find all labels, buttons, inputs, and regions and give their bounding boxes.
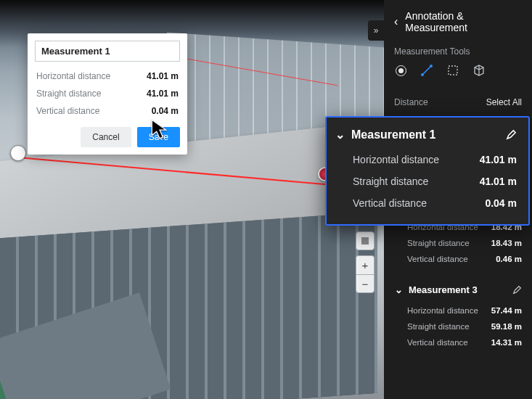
row-label: Straight distance xyxy=(407,322,470,331)
cube-solid-icon xyxy=(360,236,370,246)
popup-row: Horizontal distance 41.01 m xyxy=(28,67,187,85)
row-value: 0.04 m xyxy=(485,197,517,209)
edit-icon[interactable] xyxy=(506,129,517,140)
row-label: Horizontal distance xyxy=(353,154,439,165)
measurement-group-3[interactable]: ⌄ Measurement 3 Horizontal distance57.44… xyxy=(384,276,532,359)
measurement-title-input[interactable] xyxy=(35,41,180,62)
chevron-right-double-icon: » xyxy=(374,25,379,36)
zoom-out-button[interactable]: − xyxy=(356,274,375,293)
measurement-marker-start[interactable] xyxy=(10,145,26,161)
popup-row-label: Straight distance xyxy=(36,89,101,99)
row-label: Vertical distance xyxy=(407,338,468,347)
cancel-button[interactable]: Cancel xyxy=(81,127,131,147)
row-value: 41.01 m xyxy=(480,154,517,165)
point-tool[interactable] xyxy=(394,64,407,77)
row-value: 59.18 m xyxy=(491,322,522,331)
edit-icon[interactable] xyxy=(512,285,522,295)
chevron-down-icon[interactable]: ⌄ xyxy=(394,284,403,295)
popup-row-value: 41.01 m xyxy=(147,89,179,99)
popup-row-value: 0.04 m xyxy=(152,106,179,116)
zoom-in-button[interactable]: + xyxy=(356,255,375,274)
measurement-title: Measurement 3 xyxy=(409,284,478,295)
line-icon xyxy=(420,64,433,77)
panel-title: Annotation & Measurement xyxy=(405,10,522,33)
measurement-popup: Horizontal distance 41.01 m Straight dis… xyxy=(28,33,187,155)
zoom-controls: + − xyxy=(356,255,375,293)
popup-row: Vertical distance 0.04 m xyxy=(28,102,187,120)
tool-row xyxy=(384,64,532,89)
row-label: Horizontal distance xyxy=(407,306,478,315)
back-icon[interactable]: ‹ xyxy=(394,15,398,28)
cube-icon xyxy=(472,64,486,77)
line-tool[interactable] xyxy=(420,64,433,77)
panel-header: ‹ Annotation & Measurement xyxy=(384,0,532,44)
layer-toggle-2[interactable] xyxy=(356,231,375,250)
selected-measurement-title: Measurement 1 xyxy=(351,128,436,141)
popup-row-label: Vertical distance xyxy=(36,106,99,116)
row-label: Straight distance xyxy=(353,176,428,187)
area-icon xyxy=(446,64,459,77)
popup-row-value: 41.01 m xyxy=(147,71,179,81)
area-tool[interactable] xyxy=(446,64,459,77)
tools-section-label: Measurement Tools xyxy=(384,44,532,64)
row-value: 57.44 m xyxy=(491,306,522,315)
row-value: 41.01 m xyxy=(480,176,517,187)
chevron-down-icon[interactable]: ⌄ xyxy=(335,128,344,141)
row-label: Straight distance xyxy=(407,239,470,247)
row-value: 0.46 m xyxy=(496,255,522,263)
save-button[interactable]: Save xyxy=(137,127,180,147)
svg-line-4 xyxy=(423,67,430,74)
selected-measurement-card[interactable]: ⌄ Measurement 1 Horizontal distance41.01… xyxy=(325,116,530,226)
row-value: 14.31 m xyxy=(491,338,522,347)
popup-row-label: Horizontal distance xyxy=(36,71,110,81)
row-value: 18.43 m xyxy=(491,239,522,247)
row-label: Vertical distance xyxy=(353,197,427,209)
row-label: Vertical distance xyxy=(407,255,468,263)
select-all-button[interactable]: Select All xyxy=(486,97,522,107)
svg-rect-1 xyxy=(361,237,369,244)
volume-tool[interactable] xyxy=(472,64,486,77)
panel-collapse-button[interactable]: » xyxy=(368,20,384,41)
point-icon xyxy=(396,65,406,76)
list-heading: Distance xyxy=(394,97,428,107)
popup-row: Straight distance 41.01 m xyxy=(28,85,187,102)
svg-rect-5 xyxy=(449,66,457,75)
list-header: Distance Select All xyxy=(384,89,532,116)
